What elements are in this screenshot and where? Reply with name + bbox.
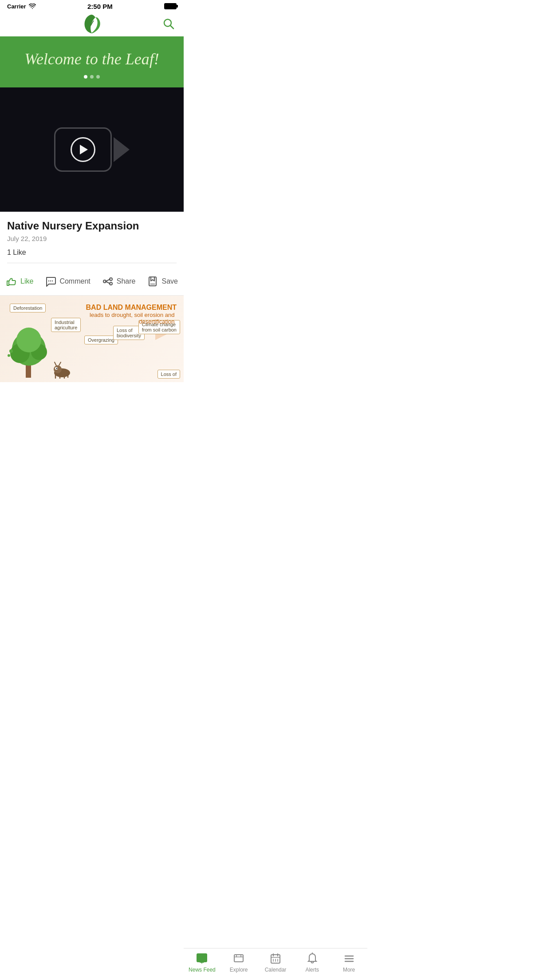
welcome-text: Welcome to the Leaf! [9,50,175,69]
banner-dot-2 [90,75,94,79]
share-icon [102,276,114,287]
svg-point-4 [110,278,112,281]
like-icon [6,276,17,287]
wifi-icon [29,4,36,9]
svg-point-14 [8,354,10,357]
action-bar: Like Comment S [0,268,184,296]
status-time: 2:50 PM [36,3,164,10]
animal-illustration [51,359,73,379]
post-likes: 1 Like [7,249,177,263]
post-date: July 22, 2019 [7,235,177,242]
banner-dot-3 [96,75,100,79]
preview-subtitle: leads to drought, soil erosion and deser… [86,312,175,325]
svg-point-12 [16,328,41,352]
camera-tail-icon [114,137,130,162]
preview-label: BAD LAND MANAGEMENT leads to drought, so… [86,304,177,325]
welcome-banner: Welcome to the Leaf! [0,36,184,87]
comment-label: Comment [59,277,90,285]
save-icon [147,276,158,287]
share-label: Share [117,277,136,285]
post-info: Native Nursery Expansion July 22, 2019 1… [0,212,184,268]
svg-point-2 [50,281,51,281]
tree-illustration [4,311,53,382]
save-button[interactable]: Save [143,274,181,289]
like-button[interactable]: Like [2,274,37,289]
play-button[interactable] [71,137,95,162]
app-header [0,12,184,36]
svg-point-15 [13,358,16,360]
tag-deforestation: Deforestation [10,304,46,312]
video-player[interactable] [54,127,130,172]
battery-icon [164,3,177,9]
svg-point-17 [54,365,62,373]
share-button[interactable]: Share [98,274,139,289]
carrier-label: Carrier [7,3,26,10]
svg-point-5 [110,282,112,285]
save-label: Save [161,277,177,285]
search-icon [162,18,175,30]
camera-body [54,127,112,172]
comment-icon [45,276,56,287]
comment-button[interactable]: Comment [41,274,94,289]
video-section[interactable] [0,87,184,212]
infographic: Deforestation Industrialagriculture Over… [0,296,184,382]
tag-industrial: Industrialagriculture [51,318,81,332]
svg-rect-7 [149,277,156,286]
status-bar: Carrier 2:50 PM [0,0,184,12]
svg-point-19 [56,368,58,369]
tag-loss: Loss of [157,370,180,379]
post-title: Native Nursery Expansion [7,220,177,232]
like-label: Like [20,277,33,285]
next-post-preview[interactable]: Deforestation Industrialagriculture Over… [0,296,184,382]
search-button[interactable] [161,16,177,33]
banner-dot-1 [84,75,87,79]
play-triangle-icon [80,145,88,154]
svg-point-1 [48,281,49,281]
banner-dots [9,75,175,79]
app-logo [81,13,103,36]
svg-point-3 [52,281,53,281]
preview-title: BAD LAND MANAGEMENT [86,304,177,312]
svg-point-13 [9,349,13,353]
